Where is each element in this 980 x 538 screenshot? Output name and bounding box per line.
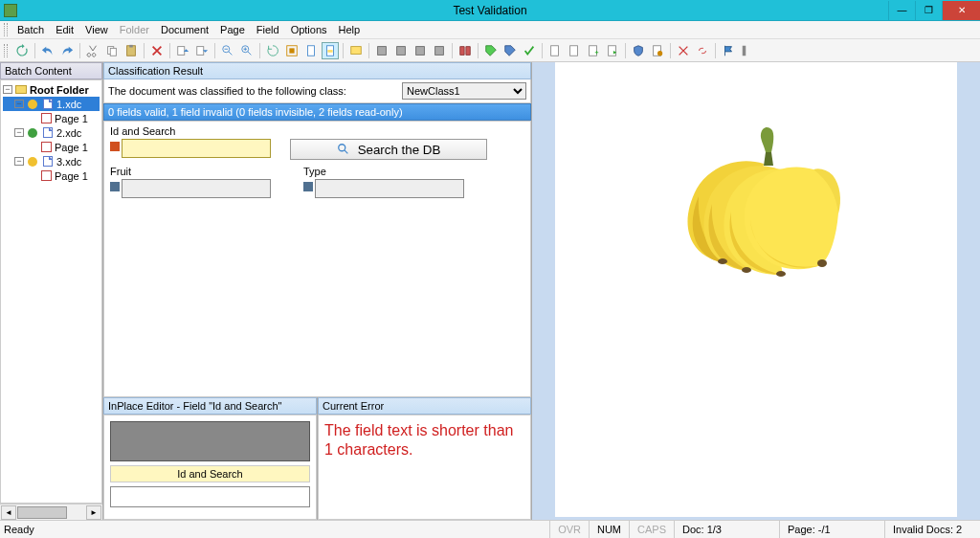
svg-rect-20 — [590, 45, 597, 56]
grip-icon[interactable] — [739, 42, 756, 59]
menu-view[interactable]: View — [79, 22, 114, 37]
zoom-out-icon[interactable] — [219, 42, 236, 59]
tree-page-1[interactable]: Page 1 — [3, 111, 100, 125]
collapse-icon[interactable]: − — [14, 100, 24, 108]
batch-tree[interactable]: − Root Folder − 1.xdc Page 1 − 2.xdc — [0, 79, 102, 504]
current-error-panel: Current Error The field text is shorter … — [318, 397, 531, 520]
nav-first-icon[interactable] — [373, 42, 390, 59]
nav-prev-icon[interactable] — [392, 42, 410, 59]
reject-icon[interactable] — [675, 42, 692, 59]
refresh-icon[interactable] — [13, 42, 31, 59]
toolbar-grip[interactable] — [4, 44, 8, 57]
menu-folder: Folder — [114, 22, 155, 37]
tree-item-3[interactable]: − 3.xdc — [3, 154, 100, 168]
svg-point-28 — [776, 271, 786, 277]
inplace-header: InPlace Editor - Field "Id and Search" — [103, 397, 317, 415]
book-icon[interactable] — [457, 42, 474, 59]
move-down-icon[interactable] — [193, 42, 211, 59]
redo-icon[interactable] — [58, 42, 76, 59]
svg-rect-1 — [110, 48, 116, 56]
scroll-thumb[interactable] — [17, 506, 67, 519]
document-viewer[interactable] — [532, 62, 980, 520]
form-area: Id and Search Search the DB Fruit — [103, 121, 531, 397]
doc-add-icon[interactable] — [585, 42, 602, 59]
tree-hscroll[interactable]: ◄ ► — [0, 504, 102, 520]
menu-batch[interactable]: Batch — [11, 22, 50, 37]
close-button[interactable]: ✕ — [942, 1, 980, 20]
menu-edit[interactable]: Edit — [50, 22, 79, 37]
minimize-button[interactable]: — — [888, 1, 915, 20]
menu-help[interactable]: Help — [333, 22, 367, 37]
copy-icon[interactable] — [103, 42, 121, 59]
status-page: Page: -/1 — [779, 521, 884, 538]
menu-field[interactable]: Field — [251, 22, 285, 37]
search-db-button[interactable]: Search the DB — [290, 139, 487, 160]
tree-root-label: Root Folder — [30, 84, 89, 96]
check-icon[interactable] — [521, 42, 538, 59]
menu-page[interactable]: Page — [214, 22, 251, 37]
svg-rect-9 — [289, 48, 294, 53]
collapse-icon[interactable]: − — [14, 157, 24, 166]
highlight-icon[interactable] — [322, 42, 339, 59]
flag-icon[interactable] — [720, 42, 737, 59]
id-search-input[interactable] — [122, 139, 271, 158]
zoom-in-icon[interactable] — [238, 42, 256, 59]
doc-new-icon[interactable] — [546, 42, 564, 59]
inplace-snippet-image — [110, 421, 310, 461]
tree-item-label: 1.xdc — [56, 99, 81, 110]
page-icon — [39, 142, 53, 153]
undo-icon[interactable] — [39, 42, 56, 59]
rotate-icon[interactable] — [264, 42, 281, 59]
scroll-right-button[interactable]: ► — [86, 505, 101, 520]
tree-item-1[interactable]: − 1.xdc — [3, 97, 100, 111]
classification-header: Classification Result — [103, 62, 531, 79]
inplace-input[interactable] — [110, 486, 310, 507]
validation-panel: Classification Result The document was c… — [103, 62, 532, 520]
bottom-panels: InPlace Editor - Field "Id and Search" I… — [103, 397, 531, 520]
search-db-label: Search the DB — [358, 143, 441, 157]
doc-icon[interactable] — [566, 42, 583, 59]
menu-document[interactable]: Document — [155, 22, 214, 37]
tree-page-2[interactable]: Page 1 — [3, 140, 100, 154]
status-question-icon — [26, 99, 39, 110]
status-ready: Ready — [0, 521, 42, 538]
delete-icon[interactable] — [148, 42, 166, 59]
doc-go-icon[interactable] — [604, 42, 621, 59]
tree-root[interactable]: − Root Folder — [3, 82, 100, 97]
menu-options[interactable]: Options — [285, 22, 333, 37]
mark-icon[interactable] — [649, 42, 666, 59]
move-up-icon[interactable] — [174, 42, 191, 59]
readonly-status-icon — [303, 182, 313, 191]
nav-next-icon[interactable] — [412, 42, 429, 59]
page-fit-icon[interactable] — [302, 42, 320, 59]
inplace-field-label: Id and Search — [110, 465, 310, 482]
note-icon[interactable] — [347, 42, 365, 59]
menu-grip[interactable] — [4, 23, 8, 36]
shield-icon[interactable] — [630, 42, 647, 59]
doc-icon — [41, 156, 55, 168]
toolbar — [0, 39, 980, 62]
svg-rect-24 — [743, 45, 746, 56]
scroll-left-button[interactable]: ◄ — [1, 505, 16, 520]
collapse-icon[interactable]: − — [3, 85, 12, 94]
inplace-body: Id and Search — [103, 415, 317, 520]
svg-rect-13 — [351, 46, 362, 54]
search-icon — [337, 143, 350, 156]
fit-icon[interactable] — [283, 42, 301, 59]
nav-last-icon[interactable] — [431, 42, 448, 59]
menu-bar: Batch Edit View Folder Document Page Fie… — [0, 21, 980, 39]
tag-green-icon[interactable] — [482, 42, 500, 59]
collapse-icon[interactable]: − — [14, 128, 24, 137]
tree-page-3[interactable]: Page 1 — [3, 168, 100, 183]
doc-icon — [41, 99, 55, 110]
status-invalid: Invalid Docs: 2 — [884, 521, 980, 538]
tree-page-label: Page 1 — [55, 113, 88, 124]
maximize-button[interactable]: ❐ — [915, 1, 942, 20]
cut-icon[interactable] — [84, 42, 101, 59]
paste-icon[interactable] — [122, 42, 140, 59]
link-icon[interactable] — [694, 42, 711, 59]
tag-blue-icon[interactable] — [501, 42, 519, 59]
tree-item-2[interactable]: − 2.xdc — [3, 125, 100, 140]
class-select[interactable]: NewClass1 — [402, 82, 526, 100]
status-question-icon — [26, 156, 39, 168]
